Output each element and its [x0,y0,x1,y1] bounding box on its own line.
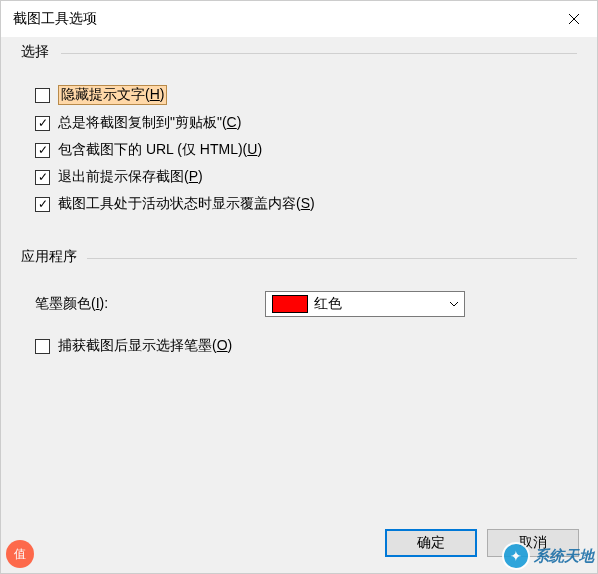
checkbox-icon [35,170,50,185]
ink-color-combobox[interactable]: 红色 [265,291,465,317]
color-swatch [272,295,308,313]
window-title: 截图工具选项 [13,10,97,28]
option-show-selection-ink[interactable]: 捕获截图后显示选择笔墨(O) [35,337,569,355]
checkbox-icon [35,197,50,212]
checkbox-label: 总是将截图复制到"剪贴板"(C) [58,114,241,132]
checkbox-icon [35,116,50,131]
checkbox-label: 捕获截图后显示选择笔墨(O) [58,337,232,355]
option-show-overlay[interactable]: 截图工具处于活动状态时显示覆盖内容(S) [35,195,569,213]
watermark-badge: 值 [6,540,34,568]
group-application: 应用程序 笔墨颜色(I): 红色 捕获截图后显示选择笔墨(O) [21,258,577,370]
watermark-logo: ✦ 系统天地 [502,542,594,570]
checkbox-label: 退出前提示保存截图(P) [58,168,203,186]
chevron-down-icon [444,301,464,307]
checkbox-label: 隐藏提示文字(H) [58,85,167,105]
ok-button[interactable]: 确定 [385,529,477,557]
option-include-url[interactable]: 包含截图下的 URL (仅 HTML)(U) [35,141,569,159]
group-application-label: 应用程序 [21,248,81,266]
ink-color-row: 笔墨颜色(I): 红色 [35,291,569,317]
group-select: 选择 隐藏提示文字(H) 总是将截图复制到"剪贴板"(C) 包含截图下的 URL… [21,53,577,228]
globe-icon: ✦ [502,542,530,570]
checkbox-label: 包含截图下的 URL (仅 HTML)(U) [58,141,262,159]
ink-color-value: 红色 [314,295,444,313]
close-icon [568,13,580,25]
ink-color-label: 笔墨颜色(I): [35,295,265,313]
options-dialog: 截图工具选项 选择 隐藏提示文字(H) 总是将截图复制到"剪贴板"(C) 包含截… [0,0,598,574]
option-hide-hint-text[interactable]: 隐藏提示文字(H) [35,85,569,105]
checkbox-icon [35,143,50,158]
close-button[interactable] [551,1,597,37]
titlebar: 截图工具选项 [1,1,597,37]
option-prompt-save[interactable]: 退出前提示保存截图(P) [35,168,569,186]
checkbox-label: 截图工具处于活动状态时显示覆盖内容(S) [58,195,315,213]
group-select-label: 选择 [21,43,53,61]
dialog-content: 选择 隐藏提示文字(H) 总是将截图复制到"剪贴板"(C) 包含截图下的 URL… [1,37,597,515]
checkbox-icon [35,88,50,103]
option-copy-to-clipboard[interactable]: 总是将截图复制到"剪贴板"(C) [35,114,569,132]
checkbox-icon [35,339,50,354]
